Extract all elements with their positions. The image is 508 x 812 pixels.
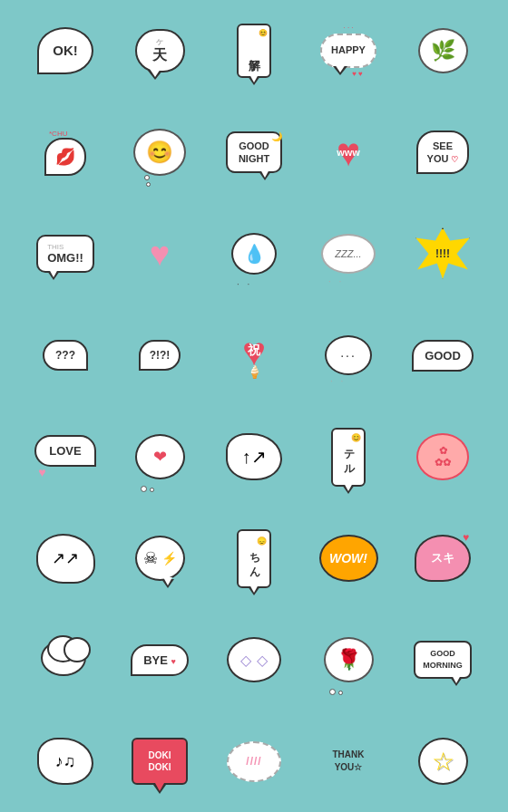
sticker-interrobang: ?!?! bbox=[114, 306, 205, 404]
sticker-seeyou: SEEYOU ♡ bbox=[397, 103, 488, 201]
sticker-chin: ちん 😞 bbox=[209, 509, 299, 607]
sticker-ten: ケ 天 bbox=[114, 2, 205, 100]
sticker-iwai: ♥ 祝 🍦 bbox=[209, 306, 299, 404]
sticker-diamonds: ◇ ◇ bbox=[209, 611, 299, 709]
sticker-question: ??? bbox=[20, 306, 111, 404]
sticker-cloud-arrows: ↗↗ bbox=[20, 509, 111, 607]
sticker-flower-jagged: ✿✿✿ bbox=[397, 408, 488, 506]
sticker-wow: WOW! bbox=[303, 509, 394, 607]
sticker-thankyou: THANKYOU☆ bbox=[303, 712, 394, 810]
sticker-grid: OK! ケ 天 了解 😊 · · · HAPPY ♥ ♥ bbox=[13, 0, 495, 812]
sticker-doki: DOKIDOKI bbox=[114, 712, 205, 810]
sticker-happy: · · · HAPPY ♥ ♥ bbox=[303, 2, 394, 100]
sticker-leaf: 🌿 bbox=[397, 2, 488, 100]
ok-bubble: OK! bbox=[37, 27, 93, 74]
sticker-lines: //// bbox=[209, 712, 299, 810]
sticker-ok: OK! bbox=[20, 2, 111, 100]
sticker-heart-pink: ♥ bbox=[114, 205, 205, 303]
sticker-smile: 😊 bbox=[114, 103, 205, 201]
sticker-suki: スキ ♥ bbox=[397, 509, 488, 607]
sticker-zzz: ZZZ... · · bbox=[303, 205, 394, 303]
sticker-cloud-fluffy bbox=[20, 611, 111, 709]
sticker-music: ♪♫ bbox=[20, 712, 111, 810]
sticker-www: ♥ www bbox=[303, 103, 394, 201]
sticker-star: ☆ bbox=[397, 712, 488, 810]
sticker-rose: 🌹 bbox=[303, 611, 394, 709]
sticker-ryokai: 了解 😊 bbox=[209, 2, 299, 100]
sticker-dots: ··· · · bbox=[303, 306, 394, 404]
sticker-good: GOOD bbox=[397, 306, 488, 404]
sticker-drop: 💧 · · bbox=[209, 205, 299, 303]
sticker-arrow-cloud: ↑↗ bbox=[209, 408, 299, 506]
sticker-teru: テル 😊 bbox=[303, 408, 394, 506]
sticker-good-morning: GOODMORNING bbox=[397, 611, 488, 709]
sticker-chu: *CHU 💋 bbox=[20, 103, 111, 201]
sticker-skull: ☠ ⚡ bbox=[114, 509, 205, 607]
sticker-goodnight: GOODNIGHT 🌙 bbox=[209, 103, 299, 201]
sticker-think-heart: ❤ bbox=[114, 408, 205, 506]
sticker-love: LOVE ♥ bbox=[20, 408, 111, 506]
sticker-bye: BYE ♥ bbox=[114, 611, 205, 709]
sticker-exclaim: !!!! bbox=[397, 205, 488, 303]
sticker-omg: THIS OMG!! bbox=[20, 205, 111, 303]
